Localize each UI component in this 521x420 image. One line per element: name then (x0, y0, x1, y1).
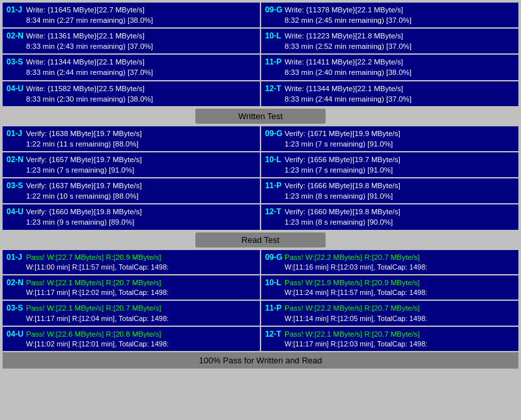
verify-card-04u: 04-U Verify: {1660 MByte}[19.8 MByte/s] … (3, 204, 260, 229)
read-left-col: 01-J Pass! W:[22.7 MByte/s] R:[20.9 MByt… (3, 250, 260, 352)
written-test-header: Written Test (195, 109, 326, 124)
verify-content-02n: Verify: {1657 MByte}[19.7 MByte/s] 1:23 … (26, 154, 256, 175)
verify-card-11p: 11-P Verify: {1666 MByte}[19.8 MByte/s] … (261, 178, 518, 203)
verify-id-03s: 03-S (7, 180, 26, 191)
read-id-10l: 10-L (265, 277, 285, 288)
verify-content-09g: Verify: {1671 MByte}[19.9 MByte/s] 1:23 … (285, 128, 514, 149)
card-line1-04u: Write: {11582 MByte}[22.5 MByte/s] (26, 83, 256, 94)
card-line2-09g: 8:32 min (2:45 min remaining) [37.0%] (285, 15, 514, 25)
verify-id-10l: 10-L (265, 154, 285, 165)
card-line2-11p: 8:33 min (2:40 min remaining) [38.0%] (285, 67, 514, 77)
written-test-header-wrapper: Written Test (3, 109, 518, 124)
card-id-02n: 02-N (7, 31, 26, 42)
footer-text: 100% Pass for Written and Read (199, 356, 322, 365)
read-test-grid: 01-J Pass! W:[22.7 MByte/s] R:[20.9 MByt… (3, 250, 518, 352)
read-card-01j: 01-J Pass! W:[22.7 MByte/s] R:[20.9 MByt… (3, 250, 260, 274)
read-line2-04u: W:[11:02 min] R:[12:01 min], TotalCap: 1… (26, 339, 256, 349)
write-right-col: 09-G Write: {11378 MByte}[22.1 MByte/s] … (261, 3, 518, 106)
card-line1-10l: Write: {11223 MByte}[21.8 MByte/s] (285, 31, 514, 41)
verify-content-01j: Verify: {1638 MByte}[19.7 MByte/s] 1:22 … (26, 128, 256, 149)
verify-content-11p: Verify: {1666 MByte}[19.8 MByte/s] 1:23 … (285, 180, 514, 201)
verify-line2-02n: 1:23 min (7 s remaining) [91.0%] (26, 165, 256, 175)
read-line1-09g: Pass! W:[22.2 MByte/s] R:[20.7 MByte/s] (285, 252, 514, 262)
verify-line1-10l: Verify: {1656 MByte}[19.7 MByte/s] (285, 154, 514, 165)
read-id-03s: 03-S (7, 303, 26, 314)
verify-content-03s: Verify: {1637 MByte}[19.7 MByte/s] 1:22 … (26, 180, 256, 201)
verify-content-10l: Verify: {1656 MByte}[19.7 MByte/s] 1:23 … (285, 154, 514, 175)
read-content-12t: Pass! W:[22.1 MByte/s] R:[20.7 MByte/s] … (285, 329, 514, 349)
read-card-12t: 12-T Pass! W:[22.1 MByte/s] R:[20.7 MByt… (261, 327, 518, 351)
verify-line2-01j: 1:22 min (11 s remaining) [88.0%] (26, 139, 256, 149)
verify-line2-10l: 1:23 min (7 s remaining) [91.0%] (285, 165, 514, 175)
read-card-04u: 04-U Pass! W:[22.6 MByte/s] R:[20.8 MByt… (3, 327, 260, 351)
write-card-04u: 04-U Write: {11582 MByte}[22.5 MByte/s] … (3, 81, 260, 106)
read-content-02n: Pass! W:[22.1 MByte/s] R:[20.7 MByte/s] … (26, 277, 256, 298)
verify-line2-04u: 1:23 min (9 s remaining) [89.0%] (26, 217, 256, 227)
read-line1-02n: Pass! W:[22.1 MByte/s] R:[20.7 MByte/s] (26, 277, 256, 288)
card-id-04u: 04-U (7, 83, 26, 94)
verify-line1-01j: Verify: {1638 MByte}[19.7 MByte/s] (26, 128, 256, 139)
read-card-11p: 11-P Pass! W:[22.2 MByte/s] R:[20.7 MByt… (261, 301, 518, 325)
verify-id-09g: 09-G (265, 128, 285, 139)
card-content-09g: Write: {11378 MByte}[22.1 MByte/s] 8:32 … (285, 5, 514, 25)
verify-line2-03s: 1:22 min (10 s remaining) [88.0%] (26, 191, 256, 201)
verify-content-04u: Verify: {1660 MByte}[19.8 MByte/s] 1:23 … (26, 206, 256, 227)
card-content-02n: Write: {11361 MByte}[22.1 MByte/s] 8:33 … (26, 31, 256, 51)
read-line2-12t: W:[11:17 min] R:[12:03 min], TotalCap: 1… (285, 339, 514, 349)
card-line2-12t: 8:33 min (2:44 min remaining) [37.0%] (285, 94, 514, 104)
verify-right-col: 09-G Verify: {1671 MByte}[19.9 MByte/s] … (261, 126, 518, 230)
read-content-11p: Pass! W:[22.2 MByte/s] R:[20.7 MByte/s] … (285, 303, 514, 323)
read-line1-04u: Pass! W:[22.6 MByte/s] R:[20.8 MByte/s] (26, 329, 256, 339)
verify-id-01j: 01-J (7, 128, 26, 139)
read-content-04u: Pass! W:[22.6 MByte/s] R:[20.8 MByte/s] … (26, 329, 256, 349)
read-line1-11p: Pass! W:[22.2 MByte/s] R:[20.7 MByte/s] (285, 303, 514, 313)
read-test-header-wrapper: Read Test (3, 232, 518, 247)
read-line2-02n: W:[11:17 min] R:[12:02 min], TotalCap: 1… (26, 288, 256, 298)
read-line1-01j: Pass! W:[22.7 MByte/s] R:[20.9 MByte/s] (26, 252, 256, 262)
read-id-09g: 09-G (265, 252, 285, 263)
card-line2-10l: 8:33 min (2:52 min remaining) [37.0%] (285, 41, 514, 51)
read-line2-11p: W:[11:14 min] R:[12:05 min], TotalCap: 1… (285, 314, 514, 324)
footer-bar: 100% Pass for Written and Read (3, 352, 518, 369)
write-card-11p: 11-P Write: {11411 MByte}[22.2 MByte/s] … (261, 55, 518, 79)
card-id-12t: 12-T (265, 83, 285, 94)
card-content-03s: Write: {11344 MByte}[22.1 MByte/s] 8:33 … (26, 57, 256, 77)
read-id-04u: 04-U (7, 329, 26, 340)
verify-card-09g: 09-G Verify: {1671 MByte}[19.9 MByte/s] … (261, 126, 518, 151)
verify-card-12t: 12-T Verify: {1660 MByte}[19.8 MByte/s] … (261, 204, 518, 229)
read-content-10l: Pass! W:[21.9 MByte/s] R:[20.9 MByte/s] … (285, 277, 514, 298)
card-line2-01j: 8:34 min (2:27 min remaining) [38.0%] (26, 15, 256, 25)
verify-content-12t: Verify: {1660 MByte}[19.8 MByte/s] 1:23 … (285, 206, 514, 227)
write-card-01j: 01-J Write: {11645 MByte}[22.7 MByte/s] … (3, 3, 260, 27)
verify-line2-09g: 1:23 min (7 s remaining) [91.0%] (285, 139, 514, 149)
write-test-section: 01-J Write: {11645 MByte}[22.7 MByte/s] … (3, 3, 518, 124)
write-card-12t: 12-T Write: {11344 MByte}[22.1 MByte/s] … (261, 81, 518, 106)
card-id-11p: 11-P (265, 57, 285, 68)
verify-line1-04u: Verify: {1660 MByte}[19.8 MByte/s] (26, 206, 256, 217)
read-id-12t: 12-T (265, 329, 285, 340)
read-content-09g: Pass! W:[22.2 MByte/s] R:[20.7 MByte/s] … (285, 252, 514, 272)
verify-line1-09g: Verify: {1671 MByte}[19.9 MByte/s] (285, 128, 514, 139)
card-line2-02n: 8:33 min (2:43 min remaining) [37.0%] (26, 41, 256, 51)
write-card-10l: 10-L Write: {11223 MByte}[21.8 MByte/s] … (261, 29, 518, 53)
card-line2-04u: 8:33 min (2:30 min remaining) [38.0%] (26, 94, 256, 104)
card-content-12t: Write: {11344 MByte}[22.1 MByte/s] 8:33 … (285, 83, 514, 104)
read-right-col: 09-G Pass! W:[22.2 MByte/s] R:[20.7 MByt… (261, 250, 518, 352)
verify-line1-12t: Verify: {1660 MByte}[19.8 MByte/s] (285, 206, 514, 217)
write-card-03s: 03-S Write: {11344 MByte}[22.1 MByte/s] … (3, 55, 260, 79)
card-content-01j: Write: {11645 MByte}[22.7 MByte/s] 8:34 … (26, 5, 256, 25)
verify-card-01j: 01-J Verify: {1638 MByte}[19.7 MByte/s] … (3, 126, 260, 151)
card-line1-01j: Write: {11645 MByte}[22.7 MByte/s] (26, 5, 256, 15)
card-line1-03s: Write: {11344 MByte}[22.1 MByte/s] (26, 57, 256, 67)
card-content-10l: Write: {11223 MByte}[21.8 MByte/s] 8:33 … (285, 31, 514, 51)
write-card-02n: 02-N Write: {11361 MByte}[22.1 MByte/s] … (3, 29, 260, 53)
verify-line2-11p: 1:23 min (8 s remaining) [91.0%] (285, 191, 514, 201)
read-line1-12t: Pass! W:[22.1 MByte/s] R:[20.7 MByte/s] (285, 329, 514, 339)
verify-id-12t: 12-T (265, 206, 285, 217)
write-card-09g: 09-G Write: {11378 MByte}[22.1 MByte/s] … (261, 3, 518, 27)
read-line1-03s: Pass! W:[22.1 MByte/s] R:[20.7 MByte/s] (26, 303, 256, 313)
read-content-01j: Pass! W:[22.7 MByte/s] R:[20.9 MByte/s] … (26, 252, 256, 272)
read-line2-03s: W:[11:17 min] R:[12:04 min], TotalCap: 1… (26, 314, 256, 324)
verify-id-11p: 11-P (265, 180, 285, 191)
verify-id-04u: 04-U (7, 206, 26, 217)
